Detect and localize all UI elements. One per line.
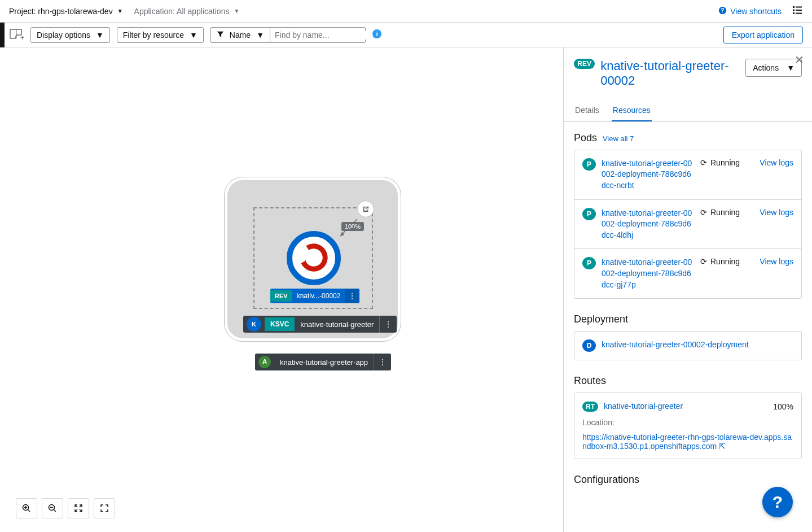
display-options-button[interactable]: Display options ▼ (30, 27, 110, 43)
search-input-wrapper: / (270, 27, 366, 43)
knative-icon: K (247, 317, 261, 332)
svg-text:i: i (376, 30, 378, 37)
caret-down-icon: ▼ (256, 30, 264, 40)
deployment-heading: Deployment (574, 313, 628, 325)
pod-row: P knative-tutorial-greeter-00002-deploym… (574, 150, 801, 200)
application-label: Application: All applications (134, 7, 230, 16)
info-icon[interactable]: i (372, 29, 381, 41)
pod-status: Running (710, 158, 740, 167)
revision-label[interactable]: REV knativ...-00002 ⋮ (270, 289, 359, 303)
topology-toolbar: + Display options ▼ Filter by resource ▼… (0, 23, 812, 47)
sync-icon: ⟳ (700, 158, 707, 167)
search-input[interactable] (275, 30, 374, 40)
svg-line-17 (28, 510, 30, 512)
openshift-icon (298, 242, 330, 275)
zoom-in-button[interactable] (16, 498, 37, 518)
zoom-out-button[interactable] (42, 498, 63, 518)
svg-rect-3 (796, 7, 802, 8)
pods-heading: Pods (574, 132, 597, 144)
kebab-menu-icon[interactable]: ⋮ (374, 354, 391, 370)
resource-title-link[interactable]: knative-tutorial-greeter-00002 (600, 59, 740, 89)
rev-badge: REV (574, 59, 595, 69)
view-logs-link[interactable]: View logs (757, 257, 793, 290)
reset-view-button[interactable] (94, 498, 115, 518)
filter-resource-button[interactable]: Filter by resource ▼ (117, 27, 204, 43)
rev-badge: REV (270, 290, 292, 302)
application-selector[interactable]: Application: All applications ▼ (134, 5, 240, 18)
pod-badge-icon: P (582, 257, 596, 269)
svg-point-13 (299, 243, 328, 272)
caret-down-icon: ▼ (117, 8, 123, 14)
topology-canvas[interactable]: 100% REV knativ...-00002 ⋮ K KSVC knativ… (0, 47, 564, 532)
svg-line-21 (54, 510, 56, 512)
tab-resources[interactable]: Resources (612, 100, 652, 121)
sync-icon: ⟳ (700, 208, 707, 217)
sync-icon: ⟳ (700, 257, 707, 266)
caret-down-icon: ▼ (96, 30, 104, 40)
export-label: Export application (732, 30, 795, 40)
svg-text:+: + (20, 34, 24, 41)
ksvc-badge: KSVC (265, 317, 295, 331)
revision-node[interactable] (287, 231, 341, 285)
deployment-row: D knative-tutorial-greeter-00002-deploym… (574, 332, 801, 360)
route-location-label: Location: (582, 418, 793, 427)
knative-service-group[interactable]: 100% REV knativ...-00002 ⋮ K KSVC knativ… (225, 177, 401, 341)
pod-badge-icon: P (582, 208, 596, 220)
fit-to-screen-button[interactable] (68, 498, 89, 518)
deployment-link[interactable]: knative-tutorial-greeter-00002-deploymen… (602, 339, 793, 352)
view-logs-link[interactable]: View logs (757, 158, 793, 191)
help-fab-button[interactable]: ? (762, 487, 793, 517)
caret-down-icon: ▼ (234, 8, 239, 14)
search-type-selector[interactable]: Name ▼ (210, 27, 270, 43)
view-shortcuts-link[interactable]: ? View shortcuts (718, 6, 782, 16)
display-options-label: Display options (37, 30, 90, 40)
route-url-link[interactable]: https://knative-tutorial-greeter-rhn-gps… (582, 433, 792, 451)
route-link[interactable]: knative-tutorial-greeter (604, 401, 767, 412)
kebab-menu-icon[interactable]: ⋮ (345, 289, 359, 303)
project-context-bar: Project: rhn-gps-tolarewa-dev ▼ Applicat… (0, 0, 812, 23)
pod-badge-icon: P (582, 158, 596, 171)
export-application-button[interactable]: Export application (723, 27, 803, 43)
actions-dropdown[interactable]: Actions ▼ (745, 59, 802, 77)
external-link-icon: ⇱ (719, 442, 726, 451)
config-heading: Configurations (574, 474, 639, 486)
actions-label: Actions (753, 63, 779, 72)
ksvc-label[interactable]: K KSVC knative-tutorial-greeter ⋮ (243, 316, 397, 333)
pod-link[interactable]: knative-tutorial-greeter-00002-deploymen… (602, 257, 695, 290)
kebab-menu-icon[interactable]: ⋮ (379, 316, 397, 333)
list-view-toggle-icon[interactable] (792, 5, 803, 18)
question-circle-icon: ? (718, 6, 727, 16)
deployment-badge-icon: D (582, 339, 596, 352)
details-panel: ✕ REV knative-tutorial-greeter-00002 Act… (564, 47, 812, 532)
search-type-label: Name (230, 30, 251, 40)
add-to-project-icon[interactable]: + (9, 27, 24, 42)
application-badge: A (258, 356, 271, 368)
svg-rect-7 (796, 13, 802, 14)
traffic-percent-badge: 100% (341, 222, 364, 231)
pod-row: P knative-tutorial-greeter-00002-deploym… (574, 200, 801, 250)
pod-link[interactable]: knative-tutorial-greeter-00002-deploymen… (602, 158, 695, 191)
application-label[interactable]: A knative-tutorial-greeter-app ⋮ (255, 354, 391, 370)
svg-text:?: ? (721, 7, 725, 14)
filter-resource-label: Filter by resource (123, 30, 184, 40)
revision-name: knativ...-00002 (292, 292, 345, 300)
ksvc-name: knative-tutorial-greeter (295, 320, 379, 329)
view-all-pods-link[interactable]: View all 7 (603, 134, 634, 143)
caret-down-icon: ▼ (190, 30, 197, 40)
route-percent: 100% (773, 402, 793, 411)
project-label: Project: rhn-gps-tolarewa-dev (9, 7, 113, 16)
pod-status: Running (710, 208, 740, 217)
pod-link[interactable]: knative-tutorial-greeter-00002-deploymen… (602, 208, 695, 241)
svg-rect-5 (796, 10, 802, 11)
svg-rect-2 (793, 6, 795, 8)
open-url-decorator-icon[interactable] (357, 200, 374, 217)
application-name: knative-tutorial-greeter-app (274, 358, 374, 367)
project-selector[interactable]: Project: rhn-gps-tolarewa-dev ▼ (9, 5, 123, 18)
tab-details[interactable]: Details (574, 100, 600, 121)
close-icon[interactable]: ✕ (795, 53, 804, 67)
svg-rect-4 (793, 10, 795, 11)
routes-heading: Routes (574, 375, 606, 387)
filter-icon (217, 30, 224, 40)
view-logs-link[interactable]: View logs (757, 208, 793, 241)
route-row: RT knative-tutorial-greeter 100% Locatio… (574, 393, 801, 459)
